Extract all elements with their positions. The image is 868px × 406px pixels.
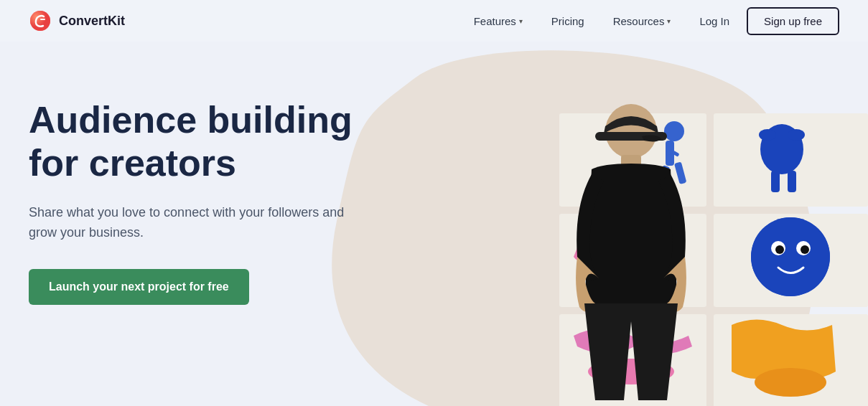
- logo-text: ConvertKit: [59, 14, 125, 29]
- nav-features[interactable]: Features ▾: [462, 9, 534, 33]
- logo-icon: [29, 9, 52, 32]
- svg-point-1: [30, 11, 50, 31]
- hero-section: Audience building for creators Share wha…: [0, 42, 868, 406]
- login-link[interactable]: Log In: [688, 9, 741, 33]
- nav-resources[interactable]: Resources ▾: [602, 9, 683, 33]
- svg-rect-13: [771, 171, 780, 192]
- chevron-down-icon-2: ▾: [667, 17, 671, 25]
- hero-title: Audience building for creators: [29, 99, 373, 185]
- svg-point-22: [801, 245, 809, 254]
- nav-links: Features ▾ Pricing Resources ▾ Log In Si…: [462, 7, 839, 35]
- svg-point-11: [759, 129, 776, 141]
- svg-point-12: [788, 129, 805, 141]
- nav-pricing[interactable]: Pricing: [540, 9, 596, 33]
- hero-content: Audience building for creators Share wha…: [29, 99, 373, 305]
- svg-point-18: [751, 217, 830, 296]
- chevron-down-icon: ▾: [519, 17, 523, 25]
- hero-subtitle: Share what you love to connect with your…: [29, 202, 373, 244]
- logo[interactable]: ConvertKit: [29, 9, 125, 32]
- signup-button[interactable]: Sign up free: [747, 7, 839, 35]
- svg-point-27: [605, 104, 657, 159]
- cta-button[interactable]: Launch your next project for free: [29, 269, 249, 305]
- svg-point-21: [775, 245, 784, 254]
- navigation: ConvertKit Features ▾ Pricing Resources …: [0, 0, 868, 42]
- svg-rect-14: [788, 171, 796, 192]
- person-figure: [538, 92, 724, 406]
- svg-point-26: [755, 368, 826, 397]
